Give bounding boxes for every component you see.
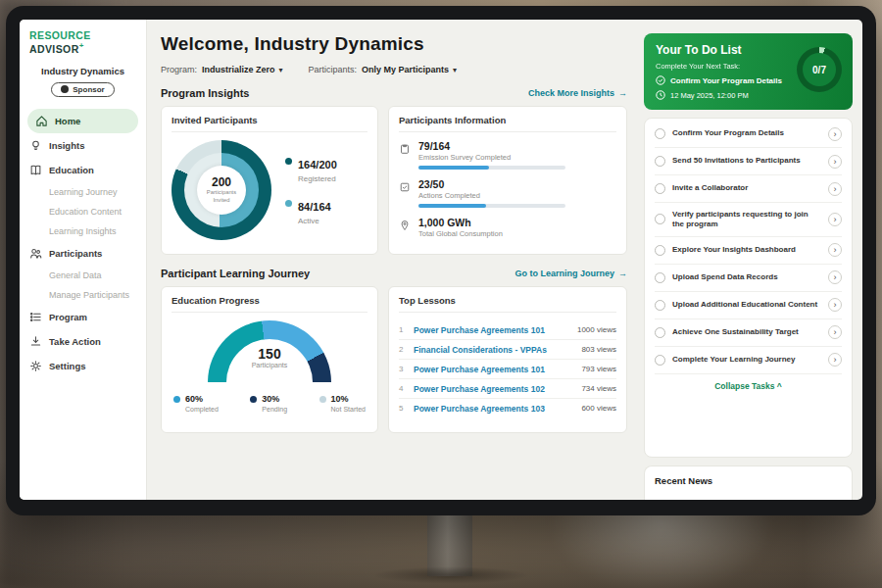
lesson-title-link[interactable]: Power Purchase Agreements 101 bbox=[414, 365, 581, 374]
progress-bar-fill bbox=[418, 204, 486, 208]
task-row-verify-participants[interactable]: Verify participants requesting to join t… bbox=[655, 203, 842, 237]
invited-donut-chart: 200 Participants Invited bbox=[172, 140, 271, 240]
task-row-upload-spend-data[interactable]: Upload Spend Data Records › bbox=[655, 265, 842, 292]
gauge-legend: 60% Completed 30% Pending bbox=[172, 394, 368, 413]
sidebar-nav: Home Insights Education Learning Journey… bbox=[20, 109, 146, 378]
task-row-invite-collaborator[interactable]: Invite a Collaborator › bbox=[655, 175, 842, 203]
sidebar-item-home[interactable]: Home bbox=[27, 109, 138, 133]
progress-bar bbox=[418, 166, 565, 170]
download-icon bbox=[29, 335, 42, 348]
lesson-title-link[interactable]: Financial Considerations - VPPAs bbox=[414, 345, 581, 355]
sidebar-item-label: Home bbox=[55, 116, 80, 126]
task-label: Invite a Collaborator bbox=[672, 183, 821, 193]
collapse-tasks-link[interactable]: Collapse Tasks ^ bbox=[655, 374, 842, 399]
task-label: Upload Additional Educational Content bbox=[672, 300, 821, 310]
task-label: Achieve One Sustainability Target bbox=[672, 327, 821, 337]
stat-label: Total Global Consumption bbox=[418, 229, 503, 238]
participants-information-card: Participants Information 79/164 Emission… bbox=[388, 106, 627, 255]
legend-dot bbox=[285, 158, 292, 165]
legend-value: 164/200 bbox=[298, 159, 337, 171]
todo-due-label: 12 May 2025, 12:00 PM bbox=[670, 91, 749, 100]
chevron-right-icon[interactable]: › bbox=[828, 155, 842, 169]
lesson-title-link[interactable]: Power Purchase Agreements 103 bbox=[414, 404, 581, 414]
task-row-achieve-target[interactable]: Achieve One Sustainability Target › bbox=[655, 319, 842, 347]
lesson-row: 2 Financial Considerations - VPPAs 803 v… bbox=[399, 340, 616, 360]
chevron-right-icon[interactable]: › bbox=[828, 182, 842, 196]
task-row-explore-insights[interactable]: Explore Your Insights Dashboard › bbox=[655, 237, 842, 265]
lesson-rank: 1 bbox=[399, 325, 414, 334]
gear-icon bbox=[29, 360, 42, 372]
task-checkbox[interactable] bbox=[655, 300, 665, 311]
sidebar-item-education[interactable]: Education bbox=[20, 158, 146, 182]
task-checkbox[interactable] bbox=[655, 245, 665, 256]
program-filter[interactable]: Program: Industrialize Zero ▾ bbox=[161, 65, 283, 74]
lesson-row: 1 Power Purchase Agreements 101 1000 vie… bbox=[399, 320, 616, 340]
lesson-rank: 5 bbox=[399, 404, 414, 413]
stat-global-consumption: 1,000 GWh Total Global Consumption bbox=[399, 217, 616, 238]
sidebar-item-learning-insights[interactable]: Learning Insights bbox=[20, 221, 146, 241]
program-filter-label: Program: bbox=[161, 65, 197, 74]
participants-filter[interactable]: Participants: Only My Participants ▾ bbox=[309, 65, 458, 74]
lesson-title-link[interactable]: Power Purchase Agreements 102 bbox=[414, 384, 581, 394]
task-row-send-invitations[interactable]: Send 50 Invitations to Participants › bbox=[655, 148, 842, 175]
legend-item-not-started: 10% Not Started bbox=[319, 394, 366, 413]
task-row-upload-educational-content[interactable]: Upload Additional Educational Content › bbox=[655, 292, 842, 319]
task-checkbox[interactable] bbox=[655, 156, 665, 167]
lesson-title-link[interactable]: Power Purchase Agreements 101 bbox=[414, 325, 577, 335]
task-row-confirm-program[interactable]: Confirm Your Program Details › bbox=[655, 121, 842, 148]
learning-cards-row: Education Progress 150 Participants bbox=[161, 286, 627, 433]
chevron-right-icon[interactable]: › bbox=[828, 298, 842, 312]
arrow-right-icon: → bbox=[618, 269, 627, 278]
chevron-right-icon[interactable]: › bbox=[828, 213, 842, 226]
recent-news-title: Recent News bbox=[655, 475, 712, 486]
task-checkbox[interactable] bbox=[655, 355, 665, 366]
legend-label: Pending bbox=[262, 406, 287, 413]
chevron-right-icon[interactable]: › bbox=[828, 243, 842, 257]
chevron-right-icon[interactable]: › bbox=[828, 127, 842, 141]
chevron-right-icon[interactable]: › bbox=[828, 325, 842, 339]
sidebar-item-learning-journey[interactable]: Learning Journey bbox=[20, 182, 146, 202]
program-filter-value: Industrialize Zero bbox=[202, 65, 275, 74]
legend-pct: 10% bbox=[331, 394, 366, 404]
task-checkbox[interactable] bbox=[655, 183, 665, 194]
task-checkbox[interactable] bbox=[655, 214, 665, 224]
legend-pct: 60% bbox=[185, 394, 219, 404]
collapse-label: Collapse Tasks bbox=[714, 381, 774, 391]
sidebar-item-settings[interactable]: Settings bbox=[20, 354, 146, 378]
lesson-row: 4 Power Purchase Agreements 102 734 view… bbox=[399, 379, 616, 399]
logo-primary: RESOURCE bbox=[29, 29, 91, 41]
book-icon bbox=[29, 164, 42, 176]
todo-next-task-label: Confirm Your Program Details bbox=[670, 76, 782, 85]
chevron-right-icon[interactable]: › bbox=[828, 353, 842, 367]
sidebar-item-manage-participants[interactable]: Manage Participants bbox=[20, 285, 146, 305]
chevron-right-icon[interactable]: › bbox=[828, 270, 842, 284]
card-title: Education Progress bbox=[172, 295, 368, 313]
task-checkbox[interactable] bbox=[655, 327, 665, 338]
lesson-rank: 3 bbox=[399, 365, 414, 373]
stat-label: Actions Completed bbox=[418, 191, 565, 200]
donut-center-value: 200 bbox=[212, 175, 231, 189]
card-title: Participants Information bbox=[399, 115, 616, 132]
stat-actions-completed: 23/50 Actions Completed bbox=[399, 178, 616, 208]
checklist-icon bbox=[399, 179, 411, 191]
org-name: Industry Dynamics bbox=[20, 66, 146, 76]
task-checkbox[interactable] bbox=[655, 128, 665, 139]
logo-plus: + bbox=[79, 41, 84, 50]
task-checkbox[interactable] bbox=[655, 272, 665, 283]
sidebar-item-program[interactable]: Program bbox=[20, 305, 146, 329]
sidebar-item-participants[interactable]: Participants bbox=[20, 241, 146, 266]
home-icon bbox=[35, 115, 48, 127]
sidebar-item-take-action[interactable]: Take Action bbox=[20, 329, 146, 354]
gauge-center: 150 Participants bbox=[208, 346, 331, 368]
todo-tasks-card: Confirm Your Program Details › Send 50 I… bbox=[644, 118, 853, 458]
sidebar-item-education-content[interactable]: Education Content bbox=[20, 202, 146, 221]
stat-value: 1,000 GWh bbox=[418, 217, 503, 228]
check-more-insights-link[interactable]: Check More Insights → bbox=[528, 88, 627, 98]
sidebar-item-general-data[interactable]: General Data bbox=[20, 266, 146, 285]
task-row-complete-learning-journey[interactable]: Complete Your Learning Journey › bbox=[655, 347, 842, 374]
go-to-learning-journey-link[interactable]: Go to Learning Journey → bbox=[514, 269, 627, 278]
monitor-bezel: RESOURCE ADVISOR+ Industry Dynamics Spon… bbox=[6, 6, 876, 515]
legend-dot bbox=[173, 396, 180, 403]
sidebar-item-insights[interactable]: Insights bbox=[20, 133, 146, 158]
sidebar-item-label: Participants bbox=[49, 248, 102, 259]
